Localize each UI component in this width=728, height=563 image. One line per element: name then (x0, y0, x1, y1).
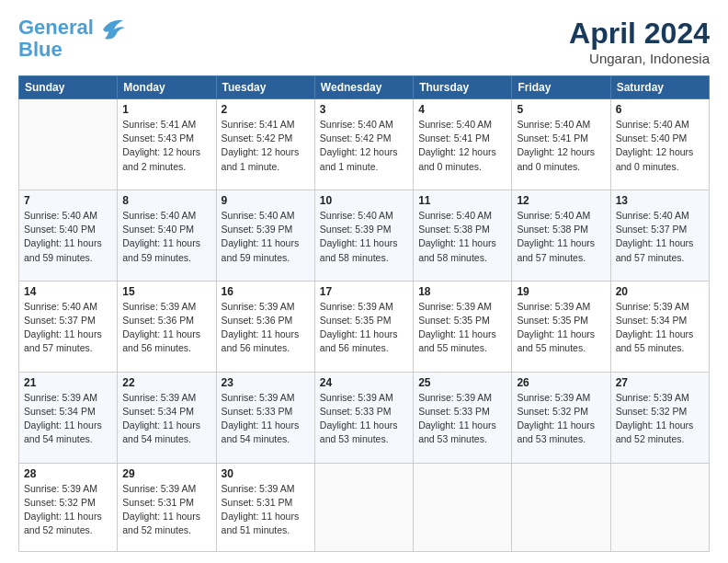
day-number: 8 (122, 194, 210, 207)
day-info: Sunrise: 5:39 AMSunset: 5:32 PMDaylight:… (616, 391, 704, 447)
calendar-cell: 11Sunrise: 5:40 AMSunset: 5:38 PMDayligh… (414, 190, 512, 281)
day-number: 11 (418, 194, 506, 207)
calendar-cell: 19Sunrise: 5:39 AMSunset: 5:35 PMDayligh… (512, 281, 610, 372)
day-number: 22 (122, 376, 210, 389)
day-number: 18 (418, 285, 506, 298)
day-info: Sunrise: 5:39 AMSunset: 5:33 PMDaylight:… (320, 391, 408, 447)
day-info: Sunrise: 5:40 AMSunset: 5:38 PMDaylight:… (418, 209, 506, 265)
location: Ungaran, Indonesia (569, 51, 710, 66)
calendar-cell: 30Sunrise: 5:39 AMSunset: 5:31 PMDayligh… (216, 463, 314, 552)
calendar-week-4: 21Sunrise: 5:39 AMSunset: 5:34 PMDayligh… (19, 372, 710, 463)
calendar-week-2: 7Sunrise: 5:40 AMSunset: 5:40 PMDaylight… (19, 190, 710, 281)
calendar-cell: 21Sunrise: 5:39 AMSunset: 5:34 PMDayligh… (19, 372, 118, 463)
day-info: Sunrise: 5:39 AMSunset: 5:33 PMDaylight:… (418, 391, 506, 447)
calendar-cell: 10Sunrise: 5:40 AMSunset: 5:39 PMDayligh… (314, 190, 413, 281)
col-wednesday: Wednesday (314, 76, 413, 99)
day-info: Sunrise: 5:40 AMSunset: 5:39 PMDaylight:… (222, 209, 310, 265)
calendar-cell (512, 463, 610, 552)
calendar-cell: 12Sunrise: 5:40 AMSunset: 5:38 PMDayligh… (512, 190, 610, 281)
day-number: 23 (222, 376, 310, 389)
month-title: April 2024 (569, 17, 710, 51)
day-info: Sunrise: 5:40 AMSunset: 5:42 PMDaylight:… (320, 118, 408, 174)
day-info: Sunrise: 5:40 AMSunset: 5:40 PMDaylight:… (122, 209, 210, 265)
day-number: 9 (222, 194, 310, 207)
col-tuesday: Tuesday (216, 76, 314, 99)
day-info: Sunrise: 5:41 AMSunset: 5:43 PMDaylight:… (122, 118, 210, 174)
calendar-cell: 25Sunrise: 5:39 AMSunset: 5:33 PMDayligh… (414, 372, 512, 463)
calendar-table: Sunday Monday Tuesday Wednesday Thursday… (18, 75, 710, 552)
day-number: 19 (517, 285, 605, 298)
calendar-week-1: 1Sunrise: 5:41 AMSunset: 5:43 PMDaylight… (19, 99, 710, 190)
day-info: Sunrise: 5:40 AMSunset: 5:40 PMDaylight:… (616, 118, 704, 174)
calendar-cell: 8Sunrise: 5:40 AMSunset: 5:40 PMDaylight… (118, 190, 216, 281)
day-number: 13 (616, 194, 704, 207)
calendar-cell (610, 463, 709, 552)
day-number: 16 (222, 285, 310, 298)
calendar-cell (414, 463, 512, 552)
calendar-cell: 15Sunrise: 5:39 AMSunset: 5:36 PMDayligh… (118, 281, 216, 372)
day-number: 4 (418, 103, 506, 116)
day-info: Sunrise: 5:39 AMSunset: 5:36 PMDaylight:… (222, 300, 310, 356)
day-number: 7 (24, 194, 112, 207)
calendar-cell: 20Sunrise: 5:39 AMSunset: 5:34 PMDayligh… (610, 281, 709, 372)
day-number: 30 (222, 467, 310, 480)
calendar-cell: 13Sunrise: 5:40 AMSunset: 5:37 PMDayligh… (610, 190, 709, 281)
day-number: 2 (222, 103, 310, 116)
day-number: 24 (320, 376, 408, 389)
day-info: Sunrise: 5:39 AMSunset: 5:35 PMDaylight:… (418, 300, 506, 356)
day-number: 21 (24, 376, 112, 389)
day-info: Sunrise: 5:40 AMSunset: 5:39 PMDaylight:… (320, 209, 408, 265)
col-friday: Friday (512, 76, 610, 99)
day-number: 5 (517, 103, 605, 116)
calendar-cell: 3Sunrise: 5:40 AMSunset: 5:42 PMDaylight… (314, 99, 413, 190)
day-number: 26 (517, 376, 605, 389)
calendar-cell: 1Sunrise: 5:41 AMSunset: 5:43 PMDaylight… (118, 99, 216, 190)
calendar-cell: 2Sunrise: 5:41 AMSunset: 5:42 PMDaylight… (216, 99, 314, 190)
day-number: 12 (517, 194, 605, 207)
day-info: Sunrise: 5:39 AMSunset: 5:34 PMDaylight:… (122, 391, 210, 447)
calendar-cell: 27Sunrise: 5:39 AMSunset: 5:32 PMDayligh… (610, 372, 709, 463)
calendar-cell: 24Sunrise: 5:39 AMSunset: 5:33 PMDayligh… (314, 372, 413, 463)
day-info: Sunrise: 5:41 AMSunset: 5:42 PMDaylight:… (222, 118, 310, 174)
day-info: Sunrise: 5:39 AMSunset: 5:34 PMDaylight:… (616, 300, 704, 356)
calendar-cell: 17Sunrise: 5:39 AMSunset: 5:35 PMDayligh… (314, 281, 413, 372)
title-block: April 2024 Ungaran, Indonesia (569, 17, 710, 66)
calendar-week-3: 14Sunrise: 5:40 AMSunset: 5:37 PMDayligh… (19, 281, 710, 372)
day-info: Sunrise: 5:39 AMSunset: 5:32 PMDaylight:… (24, 482, 112, 538)
col-thursday: Thursday (414, 76, 512, 99)
calendar-cell: 18Sunrise: 5:39 AMSunset: 5:35 PMDayligh… (414, 281, 512, 372)
calendar-cell: 7Sunrise: 5:40 AMSunset: 5:40 PMDaylight… (19, 190, 118, 281)
calendar-cell (314, 463, 413, 552)
col-saturday: Saturday (610, 76, 709, 99)
day-info: Sunrise: 5:39 AMSunset: 5:34 PMDaylight:… (24, 391, 112, 447)
day-info: Sunrise: 5:39 AMSunset: 5:35 PMDaylight:… (320, 300, 408, 356)
calendar-cell: 28Sunrise: 5:39 AMSunset: 5:32 PMDayligh… (19, 463, 118, 552)
calendar-week-5: 28Sunrise: 5:39 AMSunset: 5:32 PMDayligh… (19, 463, 710, 552)
logo-line1: General (18, 16, 94, 39)
day-number: 25 (418, 376, 506, 389)
day-number: 1 (122, 103, 210, 116)
calendar-cell (19, 99, 118, 190)
calendar-cell: 16Sunrise: 5:39 AMSunset: 5:36 PMDayligh… (216, 281, 314, 372)
day-number: 15 (122, 285, 210, 298)
header: General Blue April 2024 Ungaran, Indones… (18, 17, 710, 66)
day-number: 6 (616, 103, 704, 116)
logo: General Blue (18, 17, 125, 61)
day-number: 10 (320, 194, 408, 207)
logo-text: General Blue (18, 17, 94, 61)
day-info: Sunrise: 5:40 AMSunset: 5:38 PMDaylight:… (517, 209, 605, 265)
day-number: 17 (320, 285, 408, 298)
col-sunday: Sunday (19, 76, 118, 99)
day-info: Sunrise: 5:40 AMSunset: 5:41 PMDaylight:… (418, 118, 506, 174)
day-number: 14 (24, 285, 112, 298)
day-info: Sunrise: 5:40 AMSunset: 5:37 PMDaylight:… (616, 209, 704, 265)
calendar-cell: 6Sunrise: 5:40 AMSunset: 5:40 PMDaylight… (610, 99, 709, 190)
calendar-cell: 29Sunrise: 5:39 AMSunset: 5:31 PMDayligh… (118, 463, 216, 552)
day-info: Sunrise: 5:39 AMSunset: 5:33 PMDaylight:… (222, 391, 310, 447)
day-number: 29 (122, 467, 210, 480)
col-monday: Monday (118, 76, 216, 99)
day-number: 28 (24, 467, 112, 480)
day-number: 27 (616, 376, 704, 389)
calendar-cell: 22Sunrise: 5:39 AMSunset: 5:34 PMDayligh… (118, 372, 216, 463)
calendar-cell: 23Sunrise: 5:39 AMSunset: 5:33 PMDayligh… (216, 372, 314, 463)
